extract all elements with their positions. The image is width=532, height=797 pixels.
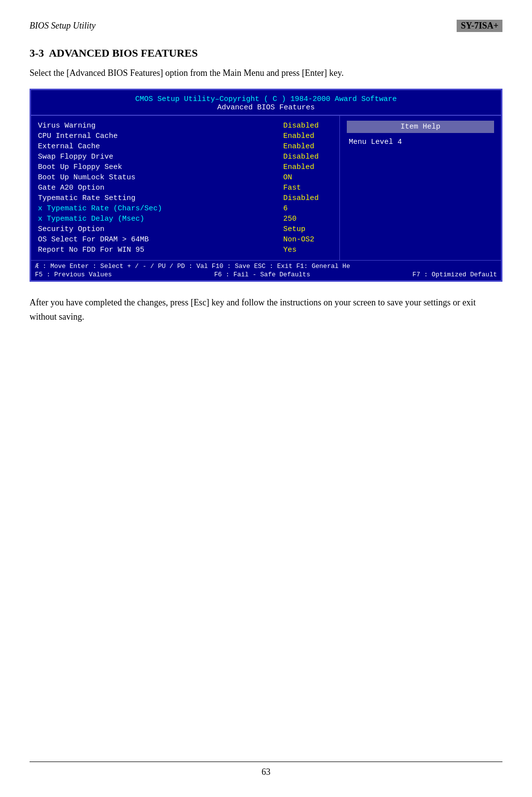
bios-row: Gate A20 OptionFast [38,183,332,193]
page-number: 63 [262,767,270,777]
bios-row-label: Boot Up Floppy Seek [38,163,122,171]
bios-footer: Æ : Move Enter : Select + / - / PU / PD … [31,260,501,280]
bios-row-label: Swap Floppy Drive [38,153,113,161]
bios-row-label: Typematic Rate Setting [38,194,135,202]
bios-row-value: Fast [283,184,332,192]
header-left: BIOS Setup Utility [30,21,96,31]
bios-row-label: Virus Warning [38,122,96,130]
help-menu-level: Menu Level 4 [347,137,494,147]
bios-footer-col: F5 : Previous Values [35,271,112,278]
bios-row: Boot Up NumLock StatusON [38,172,332,183]
bios-row: Virus WarningDisabled [38,121,332,131]
bios-footer-col: F6 : Fail - Safe Defaults [214,271,310,278]
bios-row-value: Enabled [283,163,332,171]
bios-row-label: x Typematic Delay (Msec) [38,215,144,223]
bios-row: Boot Up Floppy SeekEnabled [38,162,332,172]
bios-row-label: Security Option [38,225,104,233]
bios-header-line1: CMOS Setup Utility–Copyright ( C ) 1984-… [34,95,498,103]
bios-help-panel: Item Help Menu Level 4 [340,116,501,260]
bios-row: External CacheEnabled [38,141,332,152]
bios-settings-panel: Virus WarningDisabledCPU Internal CacheE… [31,116,340,260]
header-right: SY-7ISA+ [457,20,502,32]
bios-row-value: Disabled [283,153,332,161]
bios-screen: CMOS Setup Utility–Copyright ( C ) 1984-… [30,89,502,282]
bios-row: x Typematic Rate (Chars/Sec)6 [38,203,332,214]
page-header: BIOS Setup Utility SY-7ISA+ [30,20,502,32]
bios-row: Report No FDD For WIN 95Yes [38,245,332,255]
bios-row-value: 6 [283,204,332,213]
bios-footer-col: F7 : Optimized Default [412,271,497,278]
bios-header: CMOS Setup Utility–Copyright ( C ) 1984-… [31,90,501,115]
bios-row-value: Enabled [283,132,332,140]
bios-row: Swap Floppy DriveDisabled [38,152,332,162]
bios-row: OS Select For DRAM > 64MBNon-OS2 [38,234,332,245]
help-title: Item Help [347,121,494,133]
bios-row-label: Gate A20 Option [38,184,104,192]
bios-row-value: 250 [283,215,332,223]
page-footer: 63 [30,762,502,777]
bios-row-value: Enabled [283,142,332,151]
intro-text: Select the [Advanced BIOS Features] opti… [30,66,502,80]
bios-row: CPU Internal CacheEnabled [38,131,332,141]
bios-row: x Typematic Delay (Msec)250 [38,214,332,224]
bios-row-label: CPU Internal Cache [38,132,118,140]
bios-footer-functions: F5 : Previous ValuesF6 : Fail - Safe Def… [35,271,497,278]
bios-row: Typematic Rate SettingDisabled [38,193,332,203]
bios-row: Security OptionSetup [38,224,332,234]
bios-row-label: External Cache [38,142,100,151]
bios-body: Virus WarningDisabledCPU Internal CacheE… [31,115,501,260]
bios-row-label: Report No FDD For WIN 95 [38,246,144,254]
outro-text: After you have completed the changes, pr… [30,296,502,324]
section-title: 3-3 ADVANCED BIOS FEATURES [30,47,502,60]
bios-row-value: Disabled [283,194,332,202]
bios-row-label: Boot Up NumLock Status [38,173,135,182]
bios-row-label: OS Select For DRAM > 64MB [38,235,149,244]
bios-row-label: x Typematic Rate (Chars/Sec) [38,204,162,213]
bios-row-value: Non-OS2 [283,235,332,244]
bios-row-value: Yes [283,246,332,254]
bios-footer-keys: Æ : Move Enter : Select + / - / PU / PD … [35,263,497,270]
bios-row-value: Disabled [283,122,332,130]
bios-row-value: Setup [283,225,332,233]
bios-header-line2: Advanced BIOS Features [34,103,498,112]
bios-row-value: ON [283,173,332,182]
